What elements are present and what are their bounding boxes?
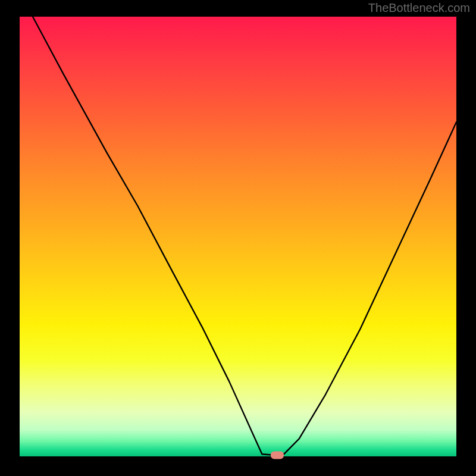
chart-minimum-marker bbox=[271, 451, 284, 459]
chart-curve bbox=[20, 17, 456, 456]
chart-container bbox=[20, 17, 456, 456]
watermark-text: TheBottleneck.com bbox=[368, 1, 470, 15]
